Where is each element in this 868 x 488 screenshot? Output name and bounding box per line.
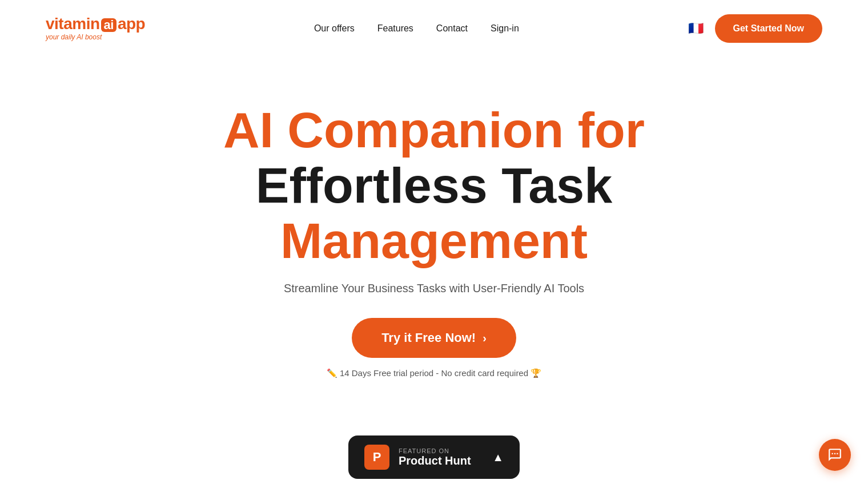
- hero-title-line2: Effortless Task: [223, 158, 645, 213]
- nav-link-our-offers[interactable]: Our offers: [314, 23, 355, 34]
- logo-tagline: your daily AI boost: [46, 33, 102, 41]
- navbar: vitaminaiapp your daily AI boost Our off…: [0, 0, 868, 57]
- svg-rect-1: [834, 453, 835, 454]
- chat-icon: [827, 447, 842, 462]
- nav-link-contact[interactable]: Contact: [436, 23, 468, 34]
- hero-section: AI Companion for Effortless Task Managem…: [0, 57, 868, 413]
- svg-rect-2: [837, 453, 838, 454]
- language-flag-icon[interactable]: 🇫🇷: [688, 21, 704, 36]
- get-started-button[interactable]: Get Started Now: [715, 14, 822, 43]
- nav-links: Our offers Features Contact Sign-in: [314, 23, 519, 34]
- hero-title-line1: AI Companion for: [223, 103, 645, 158]
- logo-ai: ai: [101, 18, 116, 32]
- ph-name: Product Hunt: [399, 454, 471, 467]
- nav-link-features[interactable]: Features: [377, 23, 413, 34]
- ph-featured-text: FEATURED ON: [399, 447, 471, 454]
- nav-link-sign-in[interactable]: Sign-in: [491, 23, 519, 34]
- ph-text: FEATURED ON Product Hunt: [399, 447, 471, 467]
- product-hunt-icon: P: [364, 445, 389, 470]
- logo-text: vitaminaiapp: [46, 16, 145, 32]
- ph-letter: P: [373, 450, 381, 465]
- nav-right: 🇫🇷 Get Started Now: [688, 14, 822, 43]
- arrow-icon: ›: [483, 332, 487, 345]
- logo-suffix: app: [118, 15, 145, 33]
- product-hunt-badge[interactable]: P FEATURED ON Product Hunt ▲: [348, 435, 520, 479]
- logo-brand: vitamin: [46, 15, 100, 33]
- hero-subtitle: Streamline Your Business Tasks with User…: [284, 282, 584, 295]
- logo: vitaminaiapp your daily AI boost: [46, 16, 145, 41]
- svg-rect-0: [832, 453, 833, 454]
- hero-title-line3: Management: [223, 213, 645, 269]
- try-free-button[interactable]: Try it Free Now! ›: [352, 318, 516, 358]
- ph-arrow-icon: ▲: [492, 451, 504, 464]
- product-hunt-section: P FEATURED ON Product Hunt ▲: [0, 435, 868, 479]
- hero-title: AI Companion for Effortless Task Managem…: [223, 103, 645, 268]
- trial-note: ✏️ 14 Days Free trial period - No credit…: [327, 368, 541, 378]
- chat-button[interactable]: [819, 439, 851, 471]
- try-free-label: Try it Free Now!: [381, 330, 476, 345]
